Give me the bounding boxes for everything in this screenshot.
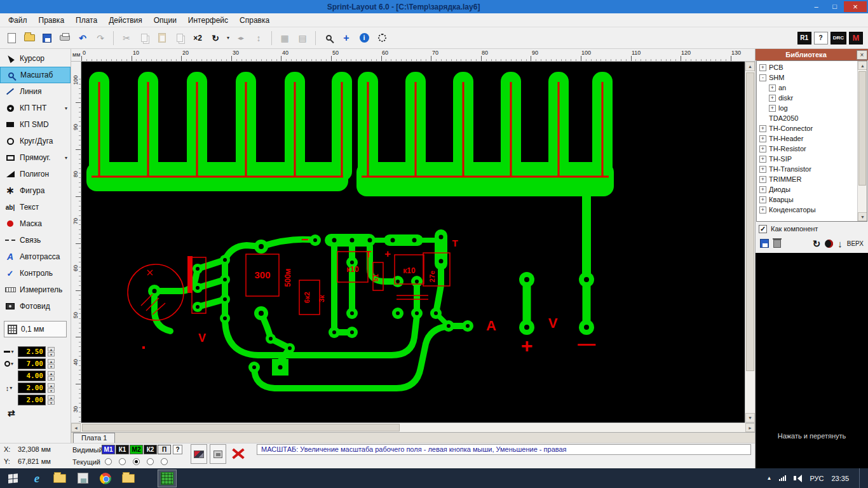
expand-icon[interactable]: + (759, 135, 766, 142)
pad-inner-stepper[interactable]: ▲▼ (48, 371, 55, 381)
photoview-toggle-button[interactable] (191, 444, 207, 464)
current-layer-radio-k1[interactable] (119, 458, 126, 465)
expand-icon[interactable]: + (759, 146, 766, 152)
rotate-button[interactable]: ↻ (207, 30, 224, 46)
tree-item-tda2050[interactable]: TDA2050 (759, 113, 867, 123)
current-layer-radio-m2[interactable] (133, 458, 140, 465)
library-preview[interactable]: Нажать и перетянуть (756, 253, 868, 468)
smd-size-icon[interactable]: ↕▾ (2, 384, 16, 392)
show-desktop-button[interactable] (859, 468, 863, 488)
current-layer-radio-k2[interactable] (147, 458, 154, 465)
scroll-left-arrow[interactable]: ◄ (71, 423, 81, 432)
save-button[interactable] (39, 30, 55, 46)
duplicate-button[interactable] (172, 30, 188, 46)
pad-outer-stepper[interactable]: ▲▼ (48, 359, 55, 369)
menu-interface[interactable]: Интерфейс (182, 14, 234, 27)
expand-icon[interactable]: + (769, 85, 776, 92)
align-button-1[interactable]: ▦ (276, 30, 293, 46)
cancel-icon[interactable] (230, 445, 247, 462)
paste-button[interactable] (154, 30, 170, 46)
scroll-down-arrow[interactable]: ▼ (745, 413, 755, 423)
drc-button[interactable]: DRC (831, 32, 846, 44)
macro-button[interactable]: M (849, 32, 863, 44)
expand-icon[interactable]: + (759, 166, 766, 173)
taskbar-save-app-icon[interactable] (73, 470, 92, 487)
open-button[interactable] (21, 30, 37, 46)
tree-item-log[interactable]: +log (759, 103, 867, 113)
scroll-up-arrow[interactable]: ▲ (745, 62, 755, 71)
expand-icon[interactable]: + (759, 176, 766, 183)
expand-icon[interactable]: + (759, 64, 766, 71)
tool-photoview[interactable]: Фотовид (0, 298, 71, 315)
tool-line[interactable]: Линия (0, 83, 71, 100)
tree-item-diodes[interactable]: +Диоды (759, 184, 867, 194)
tool-rectangle[interactable]: Прямоуг.▾ (0, 149, 71, 166)
library-refresh-button[interactable]: ↻ (813, 239, 821, 248)
expand-icon[interactable]: + (759, 196, 766, 203)
maximize-button[interactable]: □ (825, 1, 844, 12)
smd-height-stepper[interactable]: ▲▼ (48, 395, 55, 405)
expand-icon[interactable]: + (759, 186, 766, 193)
expand-icon[interactable]: + (759, 156, 766, 163)
chevron-down-icon[interactable]: ▾ (65, 105, 67, 111)
track-width-stepper[interactable]: ▲▼ (48, 347, 55, 356)
smd-height-field[interactable]: 2.00 (18, 395, 46, 405)
tree-item-th-header[interactable]: +TH-Header (759, 133, 867, 144)
track-width-icon[interactable]: ▾ (2, 349, 16, 355)
tool-pad-smd[interactable]: КП SMD (0, 116, 71, 133)
scroll-right-arrow[interactable]: ► (745, 423, 755, 432)
flip-vertical-button[interactable]: ↕ (250, 30, 267, 46)
close-button[interactable]: × (844, 1, 867, 12)
tree-item-diskr[interactable]: +diskr (759, 93, 867, 103)
expand-icon[interactable]: + (759, 207, 766, 214)
clock[interactable]: 23:35 (831, 475, 849, 482)
redo-button[interactable]: ↷ (92, 30, 109, 46)
tray-expand-icon[interactable]: ▲ (767, 475, 772, 481)
tool-mask[interactable]: Маска (0, 215, 71, 232)
tree-item-th-resistor[interactable]: +TH-Resistor (759, 144, 867, 154)
new-button[interactable] (3, 30, 20, 46)
swap-values-button[interactable]: ⇄ (8, 408, 71, 418)
current-layer-radio-p[interactable] (161, 458, 168, 465)
chevron-down-icon[interactable]: ▾ (65, 155, 67, 161)
current-layer-radio-m1[interactable] (105, 458, 112, 465)
start-button[interactable] (0, 468, 25, 488)
taskbar-explorer-icon[interactable] (50, 470, 69, 487)
layer-button-k1[interactable]: К1 (116, 445, 129, 454)
menu-board[interactable]: Плата (70, 14, 103, 27)
download-icon[interactable]: ↓ (837, 239, 843, 248)
taskbar-chrome-icon[interactable] (96, 470, 115, 487)
layer-button-m1[interactable]: М1 (102, 445, 115, 454)
tree-item-shm[interactable]: -SHM (759, 72, 867, 83)
as-component-checkbox[interactable]: ✓ (759, 225, 767, 233)
track-width-field[interactable]: 2.50 (18, 346, 46, 357)
pad-outer-field[interactable]: 7.00 (18, 358, 46, 369)
menu-edit[interactable]: Правка (33, 14, 71, 27)
menu-help[interactable]: Справка (234, 14, 275, 27)
tree-scroll-thumb[interactable] (858, 71, 866, 186)
network-icon[interactable] (779, 475, 786, 481)
tab-board-1[interactable]: Плата 1 (73, 433, 115, 443)
flip-horizontal-button[interactable]: ◂▸ (233, 30, 249, 46)
undo-button[interactable]: ↶ (74, 30, 91, 46)
smd-width-stepper[interactable]: ▲▼ (48, 383, 55, 393)
layer-button-k2[interactable]: К2 (144, 445, 157, 454)
tool-shape[interactable]: ∗Фигура (0, 182, 71, 199)
r1-button[interactable]: R1 (797, 32, 811, 44)
info-button[interactable]: i (356, 30, 372, 46)
zoom-button[interactable] (320, 30, 337, 46)
layer-button-p[interactable]: П (158, 445, 171, 454)
layer-help-button[interactable]: ? (173, 445, 182, 454)
smd-width-field[interactable]: 2.00 (18, 383, 46, 393)
rotate-dropdown[interactable]: ▾ (225, 30, 231, 46)
tool-circle-arc[interactable]: Круг/Дуга (0, 133, 71, 149)
taskbar-folder2-icon[interactable] (119, 470, 138, 487)
print-button[interactable] (57, 30, 73, 46)
tree-item-pcb[interactable]: +PCB (759, 62, 867, 72)
tool-pad-tht[interactable]: КП THT▾ (0, 100, 71, 116)
scroll-up-arrow[interactable]: ▲ (858, 61, 867, 70)
vertical-scroll-thumb[interactable] (746, 72, 754, 371)
pad-size-icon[interactable]: ▾ (2, 361, 16, 367)
vertical-scrollbar[interactable]: ▲ ▼ (745, 62, 755, 423)
tool-polygon[interactable]: Полигон (0, 166, 71, 182)
